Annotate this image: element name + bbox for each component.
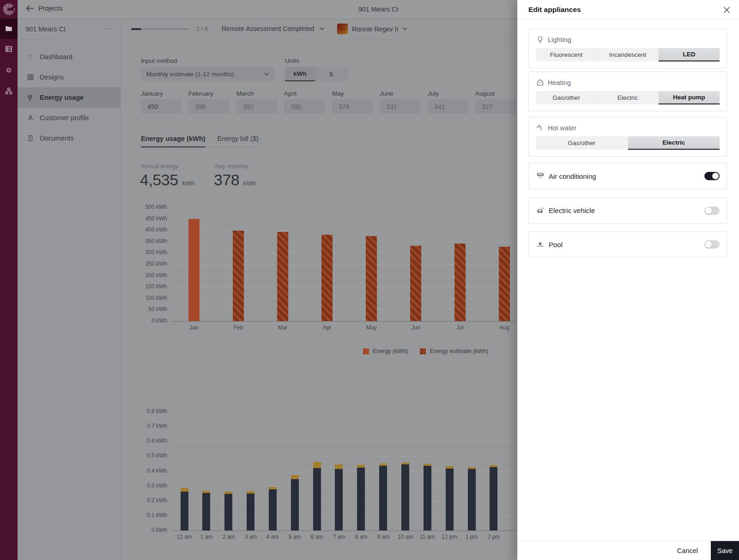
projects-folder-icon[interactable] bbox=[0, 18, 18, 39]
x-tick-label: Aug bbox=[491, 324, 518, 331]
hourly-chart-bar-top bbox=[357, 465, 365, 468]
hourly-chart-bar-base bbox=[468, 469, 476, 530]
sidebar-item-label: Energy usage bbox=[40, 94, 84, 101]
y-tick-label: 0 kWh bbox=[130, 527, 167, 533]
close-icon[interactable] bbox=[721, 5, 732, 15]
sidebar-item-customer-profile[interactable]: Customer profile bbox=[18, 108, 121, 128]
project-menu-button[interactable]: ... bbox=[103, 23, 110, 30]
legend-label: Energy (kWh) bbox=[373, 348, 408, 354]
hourly-chart-bar-base bbox=[247, 493, 254, 530]
air-conditioning-label-row: Air conditioning bbox=[536, 171, 704, 181]
edit-appliances-panel: Edit appliances Lighting Fluorescent Inc… bbox=[517, 0, 739, 560]
sidebar-item-label: Designs bbox=[40, 73, 64, 81]
hierarchy-icon[interactable] bbox=[0, 81, 18, 101]
hourly-chart-bar-base bbox=[401, 464, 409, 530]
legend-swatch-solid bbox=[363, 348, 369, 354]
monthly-chart-bar bbox=[499, 247, 510, 321]
sidebar-item-designs[interactable]: Designs bbox=[18, 67, 121, 87]
sidebar-item-documents[interactable]: Documents bbox=[18, 128, 121, 148]
hourly-chart-bar-top bbox=[401, 463, 409, 464]
air-conditioning-toggle[interactable] bbox=[704, 172, 720, 180]
lighting-option-fluorescent[interactable]: Fluorescent bbox=[536, 48, 597, 61]
air-conditioning-icon bbox=[536, 171, 545, 181]
legend-item-energy: Energy (kWh) bbox=[363, 348, 408, 354]
document-icon bbox=[26, 134, 35, 142]
x-tick-label: 2 pm bbox=[480, 534, 508, 540]
hourly-chart-bar-base bbox=[269, 489, 277, 530]
heating-option-gas-other[interactable]: Gas/other bbox=[536, 91, 597, 104]
aurora-logo-icon[interactable] bbox=[0, 0, 18, 18]
x-tick-label: Apr bbox=[313, 324, 341, 331]
hot-water-option-gas-other[interactable]: Gas/other bbox=[536, 136, 628, 150]
electric-vehicle-toggle[interactable] bbox=[704, 207, 720, 215]
plug-icon bbox=[26, 93, 35, 102]
y-tick-label: 0.1 kWh bbox=[130, 512, 167, 518]
hourly-chart-bar-top bbox=[424, 464, 431, 466]
y-tick-label: 0.5 kWh bbox=[130, 452, 167, 459]
y-tick-label: 450 kWh bbox=[130, 215, 167, 222]
y-tick-label: 300 kWh bbox=[130, 249, 167, 256]
project-name: 901 Mears Ct bbox=[25, 25, 66, 33]
hourly-chart-bar-base bbox=[181, 492, 188, 530]
y-tick-label: 500 kWh bbox=[130, 204, 167, 210]
monthly-chart-bar bbox=[410, 246, 421, 321]
heating-label: Heating bbox=[548, 79, 571, 86]
toggle-knob bbox=[705, 207, 712, 214]
save-button[interactable]: Save bbox=[711, 541, 739, 560]
sidebar-item-label: Documents bbox=[40, 134, 73, 142]
legend-label: Energy estimate (kWh) bbox=[430, 348, 488, 354]
cancel-button[interactable]: Cancel bbox=[674, 541, 701, 560]
lightbulb-icon bbox=[536, 35, 545, 44]
y-tick-label: 50 kWh bbox=[130, 306, 167, 312]
y-tick-label: 0.3 kWh bbox=[130, 482, 167, 489]
hourly-chart-bar-top bbox=[202, 491, 210, 493]
monthly-chart-bar bbox=[277, 232, 288, 321]
heating-segmented: Gas/other Electric Heat pump bbox=[536, 91, 720, 104]
hourly-chart-bar-top bbox=[379, 463, 387, 466]
list-icon[interactable] bbox=[0, 39, 18, 59]
x-tick-label: May bbox=[357, 324, 385, 331]
pool-toggle[interactable] bbox=[704, 240, 720, 249]
electric-vehicle-label-row: Electric vehicle bbox=[536, 206, 704, 215]
lighting-segmented: Fluorescent Incandescent LED bbox=[536, 48, 720, 61]
hourly-chart-bar-base bbox=[224, 494, 232, 530]
hot-water-option-electric[interactable]: Electric bbox=[628, 136, 720, 150]
pool-icon bbox=[536, 240, 545, 249]
x-tick-label: Feb bbox=[224, 324, 252, 331]
heating-label-row: Heating bbox=[536, 78, 720, 87]
card-lighting: Lighting Fluorescent Incandescent LED bbox=[528, 29, 727, 68]
hourly-chart-bar-top bbox=[224, 492, 232, 494]
hourly-chart-bar-top bbox=[247, 491, 254, 493]
sidebar-item-label: Dashboard bbox=[40, 53, 73, 61]
electric-vehicle-icon bbox=[536, 206, 545, 215]
hourly-chart-bar-top bbox=[291, 475, 299, 479]
lighting-option-incandescent[interactable]: Incandescent bbox=[597, 48, 659, 61]
heating-option-heat-pump[interactable]: Heat pump bbox=[659, 91, 720, 104]
panel-footer: Cancel Save bbox=[517, 541, 739, 560]
y-tick-label: 0.6 kWh bbox=[130, 438, 167, 444]
sidebar-item-energy-usage[interactable]: Energy usage bbox=[18, 87, 121, 108]
x-tick-label: Jul bbox=[446, 324, 474, 331]
y-tick-label: 0 kWh bbox=[130, 317, 167, 324]
panel-title: Edit appliances bbox=[528, 6, 581, 14]
gear-icon[interactable] bbox=[0, 60, 18, 80]
designs-icon bbox=[26, 73, 35, 81]
y-tick-label: 100 kWh bbox=[130, 295, 167, 301]
heating-option-electric[interactable]: Electric bbox=[597, 91, 659, 104]
x-tick-label: Jun bbox=[402, 324, 430, 331]
legend-swatch-striped bbox=[420, 348, 426, 354]
electric-vehicle-label: Electric vehicle bbox=[549, 207, 595, 214]
hot-water-segmented: Gas/other Electric bbox=[536, 136, 720, 150]
hourly-chart-bar-base bbox=[357, 468, 365, 530]
chart-legend: Energy (kWh) Energy estimate (kWh) bbox=[363, 348, 489, 354]
y-tick-label: 0.7 kWh bbox=[130, 423, 167, 429]
sidebar-item-dashboard[interactable]: Dashboard bbox=[18, 47, 121, 67]
toggle-knob bbox=[705, 241, 712, 248]
monthly-chart-bar bbox=[321, 235, 333, 321]
hourly-chart-bar-base bbox=[291, 479, 299, 530]
y-tick-label: 250 kWh bbox=[130, 261, 167, 267]
monthly-chart-bar bbox=[366, 236, 377, 321]
y-tick-label: 400 kWh bbox=[130, 226, 167, 233]
lighting-option-led[interactable]: LED bbox=[659, 48, 720, 61]
card-heating: Heating Gas/other Electric Heat pump bbox=[528, 72, 727, 111]
